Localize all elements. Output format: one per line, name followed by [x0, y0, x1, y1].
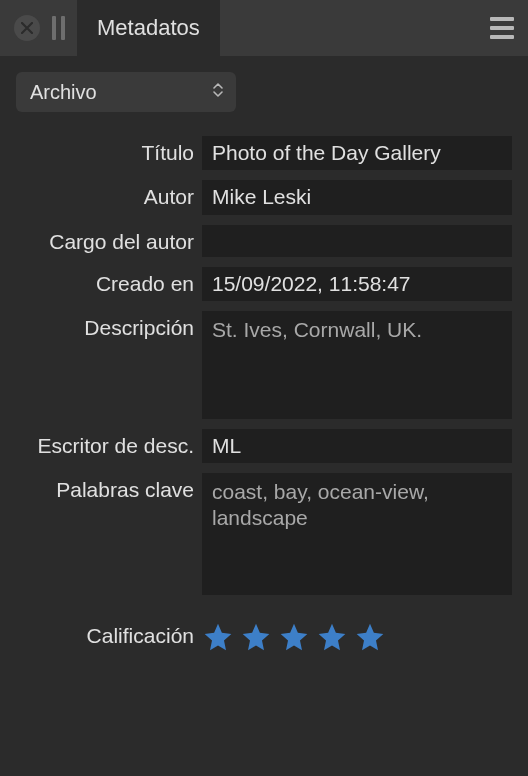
section-dropdown[interactable]: Archivo: [16, 72, 236, 112]
field-escritor[interactable]: ML: [202, 429, 512, 463]
panel-menu-button[interactable]: [490, 17, 514, 39]
tab-metadata[interactable]: Metadatos: [77, 0, 220, 56]
label-calificacion: Calificación: [16, 619, 194, 648]
field-descripcion[interactable]: St. Ives, Cornwall, UK.: [202, 311, 512, 419]
field-autor[interactable]: Mike Leski: [202, 180, 512, 214]
metadata-form: Título Photo of the Day Gallery Autor Mi…: [16, 136, 512, 657]
label-descripcion: Descripción: [16, 311, 194, 340]
hamburger-icon: [490, 17, 514, 21]
close-button[interactable]: [14, 15, 40, 41]
field-palabras[interactable]: coast, bay, ocean-view, landscape: [202, 473, 512, 595]
tab-label: Metadatos: [97, 15, 200, 41]
label-escritor: Escritor de desc.: [16, 429, 194, 458]
panel-body: Archivo Título Photo of the Day Gallery …: [0, 56, 528, 776]
label-cargo: Cargo del autor: [16, 225, 194, 254]
star-3[interactable]: [278, 621, 310, 657]
dropdown-selected: Archivo: [30, 81, 97, 104]
rating-stars: [202, 619, 512, 657]
field-titulo[interactable]: Photo of the Day Gallery: [202, 136, 512, 170]
label-creado: Creado en: [16, 267, 194, 296]
star-4[interactable]: [316, 621, 348, 657]
panel-titlebar: Metadatos: [0, 0, 528, 56]
star-2[interactable]: [240, 621, 272, 657]
label-autor: Autor: [16, 180, 194, 209]
pause-icon: [52, 16, 65, 40]
field-cargo[interactable]: [202, 225, 512, 257]
label-titulo: Título: [16, 136, 194, 165]
chevron-updown-icon: [212, 82, 224, 102]
label-palabras: Palabras clave: [16, 473, 194, 502]
metadata-panel: Metadatos Archivo Título Photo of the Da…: [0, 0, 528, 776]
star-1[interactable]: [202, 621, 234, 657]
field-creado[interactable]: 15/09/2022, 11:58:47: [202, 267, 512, 301]
close-icon: [21, 22, 33, 34]
star-5[interactable]: [354, 621, 386, 657]
